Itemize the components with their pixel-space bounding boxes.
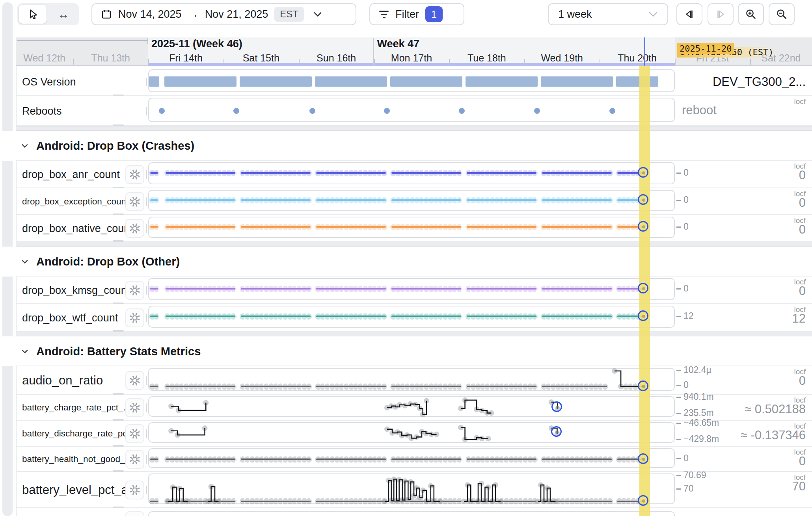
- step-forward-button-disabled[interactable]: [708, 3, 734, 25]
- step-back-button[interactable]: [676, 3, 702, 25]
- row-drag-tick[interactable]: [146, 486, 147, 494]
- day-label[interactable]: Mon 17th: [374, 52, 449, 64]
- zoom-out-button[interactable]: [769, 3, 795, 25]
- reboot-event-dot[interactable]: [233, 108, 239, 114]
- reboot-event-dot[interactable]: [609, 108, 615, 114]
- date-range-button[interactable]: Nov 14, 2025 → Nov 21, 2025 EST: [91, 3, 356, 25]
- day-label[interactable]: Tue 18th: [449, 52, 524, 64]
- hover-cursor-marker: [638, 381, 648, 391]
- metric-track-reboots[interactable]: [148, 98, 675, 122]
- day-label[interactable]: Thu 13th: [73, 52, 148, 64]
- metric-track-drop_box_exception_count[interactable]: [148, 190, 675, 211]
- metric-track-audio_on_ratio[interactable]: [148, 368, 675, 391]
- section-header-1[interactable]: Android: Drop Box (Crashes): [0, 131, 812, 161]
- row-current-value: 0: [670, 374, 806, 388]
- metric-settings-button[interactable]: [125, 192, 144, 211]
- pan-tool-button[interactable]: ↔: [50, 5, 77, 24]
- tool-mode-segmented-control: ↔: [17, 3, 79, 25]
- metric-track-drop_box_kmsg_count[interactable]: [148, 278, 675, 300]
- cursor-arrow-icon: [27, 9, 38, 20]
- row-drag-tick[interactable]: [146, 455, 147, 464]
- day-label[interactable]: Sun 16th: [299, 52, 374, 64]
- interval-select[interactable]: 1 week: [548, 3, 668, 25]
- metric-row-battery_health_not_good: battery_health_not_good_...0locf0: [0, 447, 812, 472]
- row-drag-tick[interactable]: [146, 429, 147, 438]
- row-drag-tick[interactable]: [146, 107, 147, 115]
- metric-track-battery_charge_rate_pct[interactable]: [148, 396, 675, 417]
- zoom-in-icon: [745, 8, 757, 20]
- reboot-event-dot[interactable]: [159, 108, 165, 114]
- calendar-icon: [101, 9, 112, 20]
- row-current-value: 0: [670, 223, 806, 237]
- data-line-segment: [466, 170, 538, 176]
- metric-settings-button[interactable]: [125, 281, 144, 300]
- reboot-event-dot[interactable]: [534, 108, 540, 114]
- metric-row-os_version: OS VersionDEV_TG300_2...: [0, 68, 812, 96]
- hover-cursor-marker: [551, 401, 562, 412]
- section-chevron-down-icon[interactable]: [21, 259, 28, 264]
- metric-track-battery_discharge_rate_pct[interactable]: [148, 422, 675, 443]
- metric-row-drop_box_exception_count: drop_box_exception_count0locf0: [0, 188, 812, 215]
- metric-settings-button[interactable]: [125, 165, 144, 184]
- day-boundary-tick: [299, 59, 300, 65]
- data-line-segment: [149, 313, 159, 320]
- tooltip-date: 2025-11-20: [677, 43, 734, 54]
- metric-row-audio_on_ratio: audio_on_ratio102.4µ0locf0: [0, 366, 812, 395]
- row-label-battery_level_pct_avg: battery_level_pct_avg: [22, 482, 141, 498]
- section-gap: [16, 332, 812, 336]
- row-drag-tick[interactable]: [146, 314, 147, 322]
- row-current-value: 0: [670, 284, 806, 298]
- metric-settings-button[interactable]: [125, 219, 144, 238]
- reboot-event-dot[interactable]: [459, 108, 465, 114]
- metric-settings-button[interactable]: [125, 511, 144, 516]
- day-label[interactable]: Wed 19th: [524, 52, 600, 64]
- metric-track-partial[interactable]: [148, 511, 675, 516]
- day-label[interactable]: Fri 14th: [148, 52, 223, 64]
- row-drag-tick[interactable]: [146, 78, 147, 86]
- week46-tick: [147, 38, 148, 44]
- day-label[interactable]: Sat 15th: [223, 52, 299, 64]
- metric-settings-button[interactable]: [125, 450, 144, 469]
- row-drag-tick[interactable]: [146, 376, 147, 385]
- day-label[interactable]: Thu 20th: [600, 52, 675, 64]
- metric-settings-button[interactable]: [125, 308, 144, 327]
- step-line-chart: [149, 423, 676, 444]
- row-current-value: 0: [670, 168, 806, 182]
- data-line-segment: [541, 224, 613, 230]
- gear-icon: [129, 453, 141, 465]
- day-label[interactable]: Wed 12th: [16, 52, 73, 64]
- metric-track-os_version[interactable]: [148, 69, 675, 92]
- row-drag-tick[interactable]: [146, 286, 147, 295]
- metric-row-battery_level_pct_avg: battery_level_pct_avg70.6970locf70: [0, 472, 812, 508]
- section-chevron-down-icon[interactable]: [21, 143, 28, 148]
- header-bottom-border-left: [16, 65, 148, 66]
- data-line-segment: [466, 286, 538, 292]
- metric-settings-button[interactable]: [125, 481, 144, 499]
- metric-track-battery_health_not_good[interactable]: [148, 448, 675, 468]
- metric-settings-button[interactable]: [125, 424, 144, 443]
- section-header-2[interactable]: Android: Drop Box (Other): [0, 247, 812, 277]
- filter-button[interactable]: Filter 1: [369, 3, 464, 25]
- row-drag-tick[interactable]: [146, 170, 147, 179]
- data-line-segment: [149, 224, 159, 230]
- row-drag-tick[interactable]: [146, 224, 147, 233]
- section-chevron-down-icon[interactable]: [21, 349, 28, 354]
- reboot-event-dot[interactable]: [384, 108, 390, 114]
- row-drag-tick[interactable]: [146, 197, 147, 206]
- metric-settings-button[interactable]: [125, 398, 144, 417]
- reboot-event-dot[interactable]: [309, 108, 315, 114]
- metric-settings-button[interactable]: [125, 371, 144, 390]
- metric-track-drop_box_anr_count[interactable]: [148, 162, 675, 184]
- section-header-3[interactable]: Android: Battery Stats Metrics: [0, 336, 812, 366]
- hover-cursor-marker: [638, 310, 648, 321]
- day-boundary-tick: [73, 59, 74, 65]
- row-drag-tick[interactable]: [146, 403, 147, 412]
- metric-track-drop_box_wtf_count[interactable]: [148, 306, 675, 328]
- gear-icon: [129, 375, 141, 386]
- gear-icon: [129, 428, 141, 440]
- metric-track-battery_level_pct_avg[interactable]: [148, 473, 675, 504]
- metric-track-drop_box_native_count[interactable]: [148, 217, 675, 238]
- zoom-in-button[interactable]: [738, 3, 764, 25]
- pointer-tool-button[interactable]: [19, 5, 47, 24]
- chevron-down-icon: [648, 11, 658, 17]
